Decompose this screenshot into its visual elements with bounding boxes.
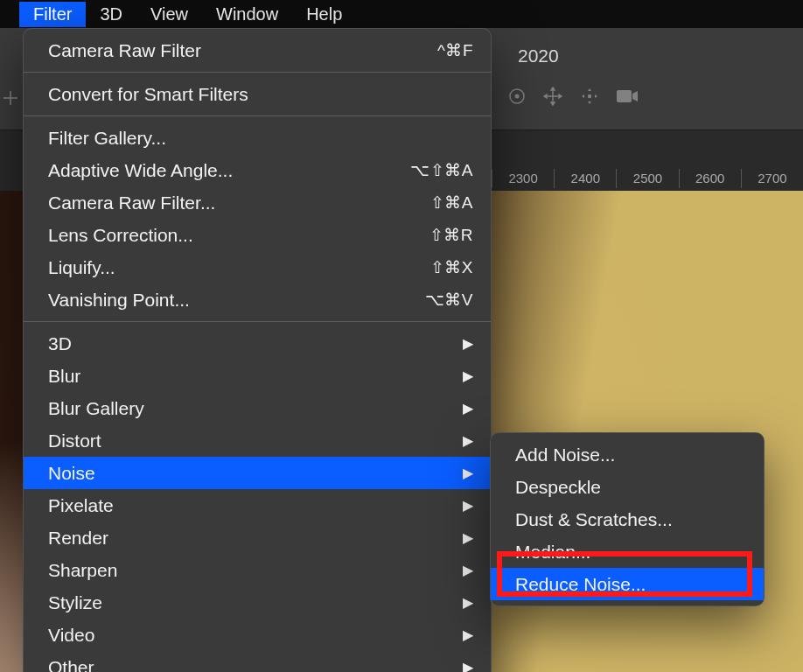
menu-item-adaptive-wide-angle[interactable]: Adaptive Wide Angle... ⌥⇧⌘A bbox=[24, 154, 491, 186]
menu-bar: Filter 3D View Window Help bbox=[0, 0, 803, 28]
menu-item-label: Dust & Scratches... bbox=[515, 509, 673, 530]
ruler-tick: 2300 bbox=[492, 169, 554, 188]
chevron-right-icon: ▶ bbox=[463, 497, 473, 514]
menu-separator bbox=[24, 116, 491, 116]
horizontal-ruler: 2300 2400 2500 2600 2700 bbox=[492, 166, 803, 191]
menu-item-distort[interactable]: Distort ▶ bbox=[24, 424, 491, 457]
menu-item-video[interactable]: Video ▶ bbox=[24, 619, 491, 651]
menu-separator bbox=[24, 72, 491, 73]
chevron-right-icon: ▶ bbox=[463, 400, 473, 416]
move-all-icon[interactable] bbox=[542, 86, 563, 111]
noise-submenu: Add Noise... Despeckle Dust & Scratches.… bbox=[490, 432, 765, 606]
menu-item-label: Median... bbox=[515, 542, 590, 563]
menu-item-label: Camera Raw Filter... bbox=[48, 192, 215, 214]
submenu-item-reduce-noise[interactable]: Reduce Noise... bbox=[491, 568, 764, 600]
camera-icon[interactable] bbox=[616, 88, 639, 108]
submenu-item-median[interactable]: Median... bbox=[491, 536, 764, 568]
chevron-right-icon: ▶ bbox=[463, 594, 473, 611]
menu-item-label: Other bbox=[48, 657, 94, 673]
ruler-tick: 2700 bbox=[741, 169, 803, 188]
menu-item-liquify[interactable]: Liquify... ⇧⌘X bbox=[24, 251, 491, 284]
filter-dropdown: Camera Raw Filter ^⌘F Convert for Smart … bbox=[23, 28, 492, 672]
menu-item-other[interactable]: Other ▶ bbox=[24, 651, 491, 672]
menu-item-label: Distort bbox=[48, 430, 101, 452]
menu-item-label: Camera Raw Filter bbox=[48, 40, 201, 61]
menu-view[interactable]: View bbox=[136, 2, 202, 27]
move-free-icon[interactable] bbox=[579, 86, 600, 111]
menu-item-vanishing-point[interactable]: Vanishing Point... ⌥⌘V bbox=[24, 284, 491, 316]
document-title-fragment: 2020 bbox=[518, 46, 559, 66]
menu-item-pixelate[interactable]: Pixelate ▶ bbox=[24, 489, 491, 522]
menu-item-stylize[interactable]: Stylize ▶ bbox=[24, 586, 491, 619]
menu-item-3d[interactable]: 3D ▶ bbox=[24, 327, 491, 360]
chevron-right-icon: ▶ bbox=[463, 432, 473, 449]
menu-item-label: Video bbox=[48, 625, 94, 646]
menu-item-filter-gallery[interactable]: Filter Gallery... bbox=[24, 122, 491, 154]
menu-item-label: Sharpen bbox=[48, 560, 117, 581]
menu-item-label: Despeckle bbox=[515, 477, 601, 498]
menu-item-shortcut: ⇧⌘A bbox=[404, 192, 473, 213]
menu-item-label: Filter Gallery... bbox=[48, 128, 166, 149]
menu-item-shortcut: ^⌘F bbox=[411, 40, 473, 60]
submenu-item-dust-scratches[interactable]: Dust & Scratches... bbox=[491, 503, 764, 536]
menu-item-label: Reduce Noise... bbox=[515, 574, 646, 595]
menu-item-camera-raw-filter[interactable]: Camera Raw Filter... ⇧⌘A bbox=[24, 186, 491, 219]
ruler-tick: 2600 bbox=[679, 169, 741, 188]
menu-item-convert-smart-filters[interactable]: Convert for Smart Filters bbox=[24, 78, 491, 110]
chevron-right-icon: ▶ bbox=[463, 368, 473, 384]
move-tool-edge-icon bbox=[0, 86, 21, 110]
menu-item-label: Add Noise... bbox=[515, 444, 615, 466]
menu-item-camera-raw-last[interactable]: Camera Raw Filter ^⌘F bbox=[24, 34, 491, 66]
svg-point-1 bbox=[515, 94, 520, 99]
menu-item-label: Blur bbox=[48, 366, 80, 387]
menu-item-label: Stylize bbox=[48, 592, 102, 613]
chevron-right-icon: ▶ bbox=[463, 529, 473, 546]
menu-item-shortcut: ⌥⇧⌘A bbox=[384, 160, 473, 180]
submenu-item-add-noise[interactable]: Add Noise... bbox=[491, 438, 764, 471]
menu-item-label: Blur Gallery bbox=[48, 398, 144, 419]
menu-window[interactable]: Window bbox=[202, 2, 292, 27]
menu-item-shortcut: ⇧⌘R bbox=[403, 225, 473, 245]
submenu-item-despeckle[interactable]: Despeckle bbox=[491, 471, 764, 503]
chevron-right-icon: ▶ bbox=[463, 465, 473, 481]
menu-item-label: Adaptive Wide Angle... bbox=[48, 160, 233, 181]
target-icon[interactable] bbox=[507, 87, 527, 110]
menu-help[interactable]: Help bbox=[292, 2, 356, 27]
ruler-tick: 2400 bbox=[554, 169, 616, 188]
menu-separator bbox=[24, 321, 491, 322]
chevron-right-icon: ▶ bbox=[463, 659, 473, 672]
menu-item-label: Vanishing Point... bbox=[48, 290, 190, 311]
menu-3d[interactable]: 3D bbox=[86, 2, 136, 27]
menu-item-blur[interactable]: Blur ▶ bbox=[24, 360, 491, 392]
menu-item-label: Render bbox=[48, 528, 108, 549]
menu-item-label: Liquify... bbox=[48, 257, 115, 278]
svg-rect-3 bbox=[617, 90, 632, 102]
menu-item-shortcut: ⇧⌘X bbox=[404, 257, 473, 277]
chevron-right-icon: ▶ bbox=[463, 626, 473, 643]
svg-point-2 bbox=[588, 94, 591, 98]
menu-item-label: Noise bbox=[48, 463, 95, 484]
menu-filter[interactable]: Filter bbox=[19, 2, 86, 27]
menu-item-label: Pixelate bbox=[48, 495, 114, 516]
menu-item-label: Lens Correction... bbox=[48, 225, 193, 246]
ruler-tick: 2500 bbox=[616, 169, 678, 188]
menu-item-blur-gallery[interactable]: Blur Gallery ▶ bbox=[24, 392, 491, 424]
menu-item-render[interactable]: Render ▶ bbox=[24, 522, 491, 554]
menu-item-noise[interactable]: Noise ▶ bbox=[24, 457, 491, 489]
menu-item-sharpen[interactable]: Sharpen ▶ bbox=[24, 554, 491, 586]
chevron-right-icon: ▶ bbox=[463, 562, 473, 578]
menu-item-lens-correction[interactable]: Lens Correction... ⇧⌘R bbox=[24, 219, 491, 251]
chevron-right-icon: ▶ bbox=[463, 335, 473, 352]
menu-item-label: 3D bbox=[48, 333, 72, 354]
options-bar-icon-group bbox=[507, 86, 639, 111]
menu-item-label: Convert for Smart Filters bbox=[48, 84, 248, 105]
menu-item-shortcut: ⌥⌘V bbox=[399, 290, 473, 310]
